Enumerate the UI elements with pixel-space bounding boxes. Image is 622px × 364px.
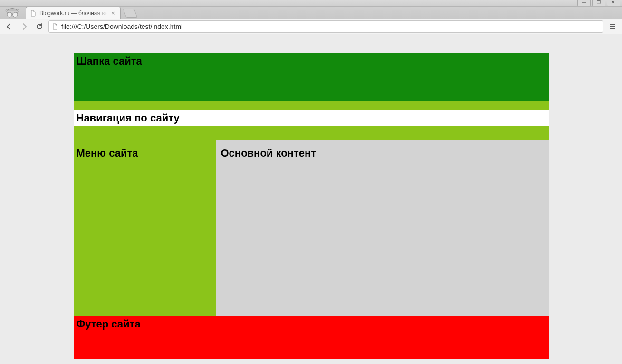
browser-window: — ❐ ✕ Blogwork.ru — блочная вер ×: [0, 0, 622, 364]
site-header-title: Шапка сайта: [77, 55, 546, 67]
incognito-icon: [3, 7, 22, 18]
footer-title: Футер сайта: [77, 318, 546, 330]
file-icon: [30, 10, 37, 17]
tab-strip: Blogwork.ru — блочная вер ×: [0, 7, 622, 19]
hamburger-menu-button[interactable]: [606, 20, 619, 33]
svg-point-1: [7, 12, 12, 17]
maximize-button[interactable]: ❐: [592, 0, 605, 6]
spacer: [0, 359, 622, 364]
tab-close-button[interactable]: ×: [110, 10, 116, 17]
main-row: Меню сайта Основной контент: [74, 126, 549, 316]
address-bar[interactable]: [48, 20, 603, 33]
site-footer: Футер сайта: [74, 316, 549, 359]
content-title: Основной контент: [221, 147, 546, 159]
site-content: Основной контент: [216, 140, 549, 316]
tab-title: Blogwork.ru — блочная вер: [39, 10, 107, 17]
back-button[interactable]: [3, 20, 15, 33]
os-titlebar: — ❐ ✕: [0, 0, 622, 7]
new-tab-button[interactable]: [123, 9, 138, 18]
site-header: Шапка сайта: [74, 53, 549, 101]
sidebar-title: Меню сайта: [77, 147, 213, 159]
browser-tab[interactable]: Blogwork.ru — блочная вер ×: [26, 7, 121, 19]
browser-toolbar: [0, 19, 622, 34]
minimize-button[interactable]: —: [577, 0, 591, 6]
site-navigation: Навигация по сайту: [74, 110, 549, 126]
page-icon: [52, 23, 58, 30]
page-viewport[interactable]: Шапка сайта Навигация по сайту Меню сайт…: [0, 34, 622, 364]
window-close-button[interactable]: ✕: [607, 0, 620, 6]
site-sidebar: Меню сайта: [74, 140, 216, 162]
forward-button[interactable]: [18, 20, 30, 33]
window-controls: — ❐ ✕: [575, 0, 622, 6]
site-nav-title: Навигация по сайту: [77, 112, 546, 124]
url-input[interactable]: [61, 23, 600, 30]
svg-point-2: [13, 12, 18, 17]
reload-button[interactable]: [33, 20, 46, 33]
page-container: Шапка сайта Навигация по сайту Меню сайт…: [74, 53, 549, 359]
